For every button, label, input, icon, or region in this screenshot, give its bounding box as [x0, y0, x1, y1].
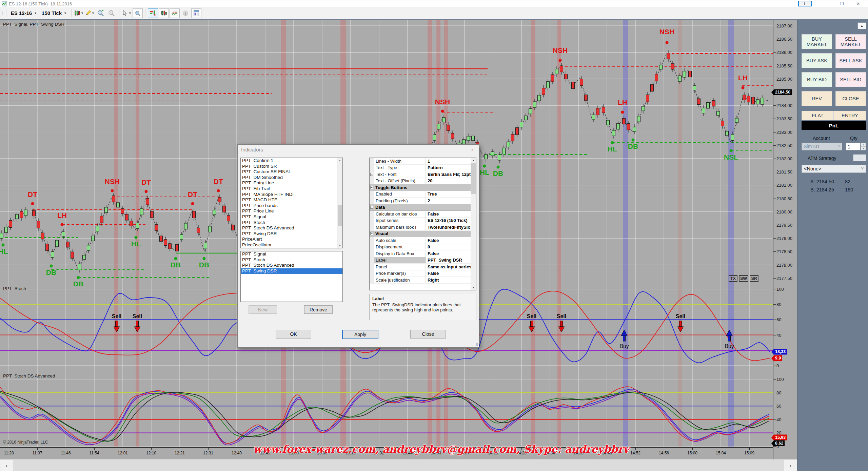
- property-row[interactable]: Scale justificationRight: [370, 277, 471, 284]
- lock-button[interactable]: L: [798, 1, 812, 6]
- atm-more-button[interactable]: ...: [853, 155, 866, 161]
- indicator-list-item[interactable]: PPT Price Line: [241, 208, 342, 214]
- close-position-button[interactable]: CLOSE: [835, 91, 866, 106]
- dialog-title[interactable]: Indicators: [238, 145, 479, 155]
- indicator-list-item[interactable]: PPT Signal: [241, 251, 342, 257]
- property-row[interactable]: LabelPPT Swing DSR: [370, 257, 471, 264]
- drawing-tools-button[interactable]: ▼: [85, 8, 95, 18]
- available-indicators-list[interactable]: PPT Confirm 1PPT Custom SRPPT Custom SR …: [240, 158, 343, 248]
- indicator-list-item[interactable]: PPT Entry Line: [241, 180, 342, 186]
- indicator-list-item[interactable]: PPT Fib Trail: [241, 186, 342, 192]
- reverse-button[interactable]: REV: [802, 91, 832, 106]
- property-row[interactable]: EnabledTrue: [370, 191, 471, 198]
- property-category-row[interactable]: −Toggle Buttons: [370, 184, 471, 191]
- property-row[interactable]: Lines - Width1: [370, 158, 471, 165]
- line-chart-button[interactable]: [170, 8, 180, 18]
- swing-label: DB: [199, 261, 209, 269]
- account-select[interactable]: Sim101˅: [802, 143, 842, 150]
- ok-button[interactable]: OK: [276, 330, 311, 339]
- swing-dot: [203, 257, 206, 260]
- property-category-row[interactable]: −Data: [370, 204, 471, 211]
- buy-market-button[interactable]: BUY MARKET: [802, 34, 832, 49]
- toggle-sw-button[interactable]: SW: [739, 275, 748, 282]
- indicator-list-item[interactable]: PPT Signal: [241, 214, 342, 220]
- indicator-list-item[interactable]: PPT Custom SR FINAL: [241, 169, 342, 175]
- chart-style-button[interactable]: ▼: [74, 8, 84, 18]
- indicator-list-item[interactable]: PPT Stoch DS Advanced: [241, 263, 342, 268]
- indicator-list-item[interactable]: PPT Price bands: [241, 203, 342, 209]
- property-row[interactable]: Padding (Pixels)2: [370, 198, 471, 204]
- collapse-panel-button[interactable]: ▲: [857, 22, 866, 29]
- indicator-list-item[interactable]: PPT Swing DSR: [241, 268, 342, 274]
- property-grid[interactable]: Lines - Width1Text - TypePattern+Text - …: [369, 158, 476, 290]
- dialog-close-icon[interactable]: x: [468, 146, 477, 153]
- property-row[interactable]: Maximum bars look lTwoHundredFiftySix: [370, 224, 471, 231]
- property-grid-scrollbar[interactable]: ▲ ▼: [471, 158, 476, 290]
- property-row[interactable]: PanelSame as input series: [370, 264, 471, 270]
- indicator-list-item[interactable]: PriceAlert: [241, 237, 342, 242]
- sell-arrow-icon: [560, 321, 563, 327]
- property-row[interactable]: Price marker(s)False: [370, 270, 471, 277]
- indicator-list-item[interactable]: PriceOscillator: [241, 242, 342, 248]
- dialog-close-button[interactable]: Close: [410, 330, 446, 339]
- indicator-list-item[interactable]: PPT Stoch: [241, 257, 342, 263]
- quantity-input[interactable]: [846, 143, 861, 150]
- property-row[interactable]: +Text - FontBerlin Sans FB; 12pt: [370, 171, 471, 178]
- sell-bid-button[interactable]: SELL BID: [835, 72, 866, 87]
- scroll-left-icon[interactable]: ‹: [0, 460, 13, 471]
- sell-arrow-icon: [679, 321, 682, 327]
- indicator-list-item[interactable]: PPT Stoch DS Advanced: [241, 225, 342, 231]
- zoom-in-button[interactable]: [96, 8, 106, 18]
- watermark-text: www.forex-warez.com, andreybbrv@gmail.co…: [224, 443, 658, 455]
- property-row[interactable]: Display in Data BoxFalse: [370, 250, 471, 257]
- property-row[interactable]: Text - Offset (Pixels)20: [370, 178, 471, 185]
- cursor-button[interactable]: ▼: [122, 8, 132, 18]
- entry-button[interactable]: ENTRY: [834, 111, 866, 120]
- indicator-list-item[interactable]: PPT MACD HTF: [241, 197, 342, 203]
- indicator-list-item[interactable]: PPT Custom SR: [241, 164, 342, 169]
- property-row[interactable]: Calculate on bar closFalse: [370, 211, 471, 218]
- atm-strategy-select[interactable]: <None>˅: [802, 165, 866, 173]
- remove-button[interactable]: Remove: [304, 305, 333, 314]
- property-category-row[interactable]: −Visual: [370, 231, 471, 238]
- buy-bid-button[interactable]: BUY BID: [802, 72, 832, 87]
- period-selector[interactable]: 150 Tick▼: [39, 9, 69, 17]
- chosen-indicators-list[interactable]: PPT SignalPPT StochPPT Stoch DS Advanced…: [240, 251, 343, 302]
- indicator-list-item[interactable]: PPT MA Slope HTF INDI: [241, 192, 342, 198]
- instrument-selector[interactable]: ES 12-16▼: [8, 9, 39, 17]
- list-scrollbar[interactable]: ▲▼: [337, 158, 342, 248]
- apply-button[interactable]: Apply: [342, 330, 378, 339]
- price-tick-label: 2181,00: [776, 183, 792, 188]
- scroll-right-icon[interactable]: ›: [784, 460, 797, 471]
- property-row[interactable]: Auto scaleFalse: [370, 237, 471, 244]
- horizontal-scrollbar[interactable]: ‹ ›: [0, 459, 797, 471]
- property-row[interactable]: Text - TypePattern: [370, 165, 471, 171]
- indicators-button[interactable]: [148, 8, 158, 18]
- price-axis[interactable]: 2187,002186,502186,002185,502185,002184,…: [773, 20, 797, 459]
- properties-button[interactable]: [191, 8, 201, 18]
- restore-button[interactable]: ❐: [835, 1, 849, 6]
- resize-grip[interactable]: ⠿: [476, 343, 478, 347]
- account-performance-button[interactable]: $: [180, 8, 191, 18]
- quantity-stepper[interactable]: ▲▼: [861, 143, 866, 150]
- toolbar-grip[interactable]: ⁞: [2, 11, 2, 16]
- property-row[interactable]: Displacement0: [370, 244, 471, 251]
- indicator-list-item[interactable]: PPT Confirm 1: [241, 158, 342, 164]
- session-band: [557, 20, 561, 447]
- close-button[interactable]: ✕: [851, 1, 866, 6]
- indicator-list-item[interactable]: PPT Swing DSR: [241, 231, 342, 237]
- data-box-button[interactable]: [133, 8, 143, 18]
- minimize-button[interactable]: —: [819, 1, 833, 6]
- indicator-list-item[interactable]: PPT Stoch: [241, 220, 342, 226]
- flat-button[interactable]: FLAT: [802, 111, 834, 120]
- indicator-list-item[interactable]: PPT DM Smoothed: [241, 175, 342, 181]
- toggle-sr-button[interactable]: SR: [750, 275, 758, 282]
- swing-dot: [31, 202, 34, 205]
- chart-trader-button[interactable]: [159, 8, 169, 18]
- sell-market-button[interactable]: SELL MARKET: [835, 34, 866, 49]
- buy-ask-button[interactable]: BUY ASK: [802, 53, 832, 68]
- toggle-tx-button[interactable]: TX: [729, 275, 737, 282]
- sell-ask-button[interactable]: SELL ASK: [835, 53, 866, 68]
- property-row[interactable]: Input seriesES 12-16 (150 Tick): [370, 218, 471, 224]
- zoom-out-button[interactable]: [106, 8, 117, 18]
